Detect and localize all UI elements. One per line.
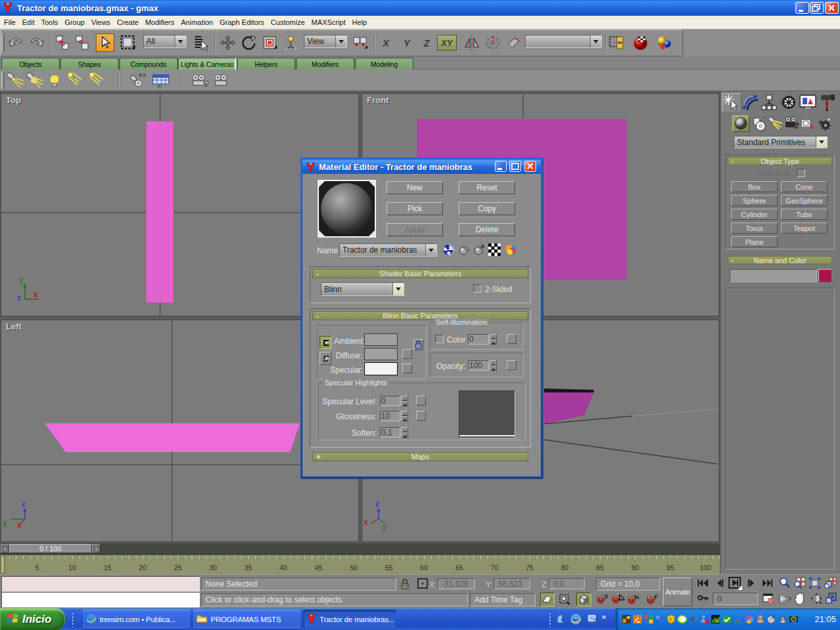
tab-hierarchy[interactable]	[761, 94, 778, 112]
self-illumination-spinner[interactable]	[490, 334, 497, 345]
object-type-teapot-button[interactable]: Teapot	[781, 222, 828, 234]
show-map-in-viewport-icon[interactable]	[442, 243, 455, 257]
dropdown-arrow-icon[interactable]	[335, 35, 346, 47]
angle-snap-button[interactable]	[611, 593, 625, 608]
show-background-icon[interactable]	[488, 243, 501, 257]
layer-manager-button[interactable]	[608, 34, 625, 51]
category-geometry-button[interactable]	[732, 116, 749, 132]
category-dropdown[interactable]: Standard Primitives	[734, 136, 828, 148]
z-coordinate-field[interactable]: 0,0	[549, 578, 585, 589]
go-to-end-button[interactable]	[761, 578, 773, 589]
menu-create[interactable]: Create	[114, 17, 142, 28]
select-object-button[interactable]	[96, 33, 114, 52]
glossiness-map-button[interactable]	[416, 411, 426, 421]
plane-object-left-view[interactable]	[45, 423, 300, 452]
target-camera-button[interactable]	[190, 74, 210, 89]
specular-level-spinner[interactable]	[401, 396, 408, 406]
tab-helpers[interactable]: Helpers	[237, 58, 295, 70]
select-and-link-button[interactable]	[54, 34, 71, 51]
menu-views[interactable]: Views	[88, 17, 114, 28]
object-type-rollout-header[interactable]: - Object Type	[728, 157, 832, 165]
maxscript-macro-recorder[interactable]	[1, 576, 200, 592]
dropdown-arrow-icon[interactable]	[425, 244, 436, 256]
tray-pinwheel-icon[interactable]	[744, 614, 754, 624]
select-and-rotate-button[interactable]	[240, 34, 257, 51]
shader-rollout-header[interactable]: - Shader Basic Parameters	[312, 269, 528, 278]
start-button[interactable]: Inicio	[0, 608, 65, 630]
new-button[interactable]: New	[387, 181, 443, 194]
dialog-maximize-button[interactable]	[509, 161, 521, 172]
category-systems-button[interactable]	[816, 116, 833, 134]
self-illumination-map-button[interactable]	[507, 334, 516, 344]
previous-frame-button[interactable]	[715, 578, 724, 589]
object-type-sphere-button[interactable]: Sphere	[731, 195, 778, 206]
snap-cube-button[interactable]	[576, 593, 591, 606]
next-frame-button[interactable]	[747, 578, 757, 589]
mirror-button[interactable]	[463, 34, 480, 51]
tab-compounds[interactable]: Compounds	[119, 58, 178, 70]
time-slider-track[interactable]: ‹ 0 / 100 ›	[0, 543, 720, 555]
play-animation-button[interactable]	[728, 577, 741, 589]
add-time-tag-field[interactable]: Add Time Tag	[470, 593, 536, 606]
menu-file[interactable]: File	[1, 17, 19, 28]
glossiness-field[interactable]: 10	[380, 411, 400, 421]
restrict-y-button[interactable]: Y	[399, 35, 415, 51]
object-type-cylinder-button[interactable]: Cylinder	[731, 209, 778, 220]
spinner-snap-button[interactable]: F	[646, 593, 659, 608]
opacity-map-button[interactable]	[507, 360, 516, 370]
self-illumination-value-field[interactable]: 0	[468, 334, 489, 345]
object-type-cone-button[interactable]: Cone	[781, 181, 828, 192]
percent-snap-button[interactable]: %	[627, 593, 640, 608]
quicklaunch-internet-explorer-icon[interactable]	[570, 614, 581, 626]
object-type-torus-button[interactable]: Torus	[731, 222, 778, 234]
quicklaunch-msn-icon[interactable]	[555, 614, 566, 625]
x-coordinate-field[interactable]: -31,828	[437, 578, 475, 589]
tray-app-a-icon[interactable]	[733, 614, 743, 624]
zoom-extents-button[interactable]	[808, 577, 821, 591]
ambient-color-swatch[interactable]	[364, 333, 398, 346]
tray-antivirus-icon[interactable]	[677, 614, 687, 624]
soften-field[interactable]: 0,1	[380, 427, 400, 438]
selection-lock-icon[interactable]	[400, 579, 410, 591]
y-coordinate-field[interactable]: 56,623	[494, 578, 530, 589]
min-max-toggle-button[interactable]	[825, 592, 837, 606]
select-by-name-button[interactable]	[192, 34, 209, 51]
diffuse-color-swatch[interactable]	[364, 348, 398, 360]
restore-button[interactable]	[810, 2, 824, 14]
free-spotlight-button[interactable]	[26, 72, 44, 91]
tray-security-shield-icon[interactable]: !	[666, 614, 676, 624]
tab-create[interactable]	[723, 94, 740, 112]
select-and-move-button[interactable]	[219, 34, 236, 51]
reset-button[interactable]: Reset	[459, 181, 515, 194]
autogrid-checkbox[interactable]	[797, 169, 805, 177]
dropdown-arrow-icon[interactable]	[816, 136, 827, 148]
self-illumination-color-checkbox[interactable]	[435, 335, 444, 343]
menu-graph-editors[interactable]: Graph Editors	[217, 17, 268, 28]
material-preview-slot[interactable]	[318, 180, 376, 238]
tray-messenger-icon[interactable]	[655, 614, 665, 624]
put-material-icon[interactable]	[458, 243, 471, 257]
specular-level-map-button[interactable]	[416, 396, 426, 406]
align-button[interactable]	[505, 34, 522, 51]
go-to-start-button[interactable]	[697, 578, 709, 589]
absolute-offset-mode-toggle[interactable]	[417, 578, 428, 589]
toolbar-grip[interactable]	[1, 72, 5, 89]
sunlight-system-button[interactable]: EX	[129, 72, 152, 91]
tab-modifiers[interactable]: Modifiers	[296, 58, 354, 70]
light-lister-button[interactable]	[152, 74, 170, 89]
tab-shapes[interactable]: Shapes	[60, 58, 119, 70]
tray-msts-icon[interactable]	[621, 614, 631, 624]
restrict-xy-plane-button[interactable]: XY	[437, 35, 457, 51]
apply-button[interactable]: Apply	[387, 223, 443, 236]
target-directional-light-button[interactable]	[66, 72, 87, 91]
time-configuration-button[interactable]	[763, 593, 774, 606]
object-type-tube-button[interactable]: Tube	[781, 209, 828, 220]
time-slider-handle[interactable]: 0 / 100	[9, 544, 92, 553]
toolbar-grip[interactable]	[1, 33, 5, 52]
dropdown-arrow-icon[interactable]	[590, 35, 601, 47]
maxscript-listener[interactable]	[1, 592, 200, 608]
zoom-extents-all-button[interactable]	[824, 577, 837, 591]
taskbar-divider-grip[interactable]	[72, 612, 74, 627]
tab-modify[interactable]	[742, 94, 759, 113]
tray-graphics-icon[interactable]	[644, 614, 654, 624]
